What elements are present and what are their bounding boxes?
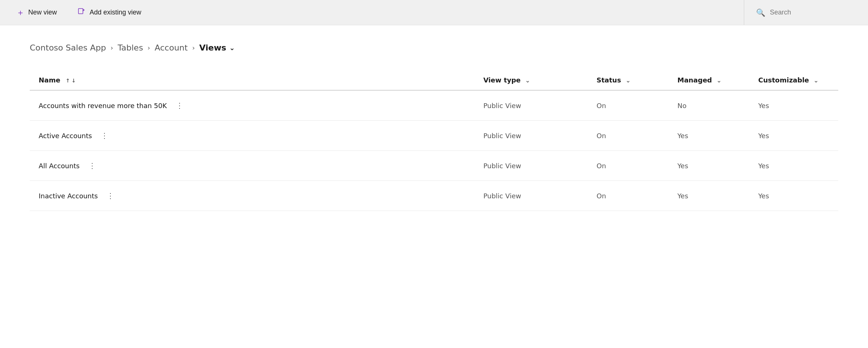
column-status-label: Status [597, 76, 621, 84]
toolbar: ＋ New view Add existing view 🔍 [0, 0, 868, 25]
cell-name-0: Accounts with revenue more than 50K ⋮ [30, 90, 474, 121]
add-existing-view-button[interactable]: Add existing view [73, 4, 146, 21]
table-header-row: Name ↑ ↓ View type ⌄ Status ⌄ Managed ⌄ [30, 70, 838, 90]
cell-status-1: On [588, 121, 669, 151]
breadcrumb-dropdown-icon[interactable]: ⌄ [229, 44, 235, 52]
breadcrumb-tables[interactable]: Tables [118, 43, 143, 52]
cell-name-1: Active Accounts ⋮ [30, 121, 474, 151]
column-managed-label: Managed [677, 76, 712, 84]
column-customizable-label: Customizable [758, 76, 809, 84]
more-options-button-3[interactable]: ⋮ [104, 190, 117, 202]
more-options-button-0[interactable]: ⋮ [173, 100, 187, 111]
breadcrumb-separator-1: › [110, 44, 113, 52]
cell-status-3: On [588, 181, 669, 211]
column-header-customizable: Customizable ⌄ [749, 70, 838, 90]
cell-customizable-1: Yes [749, 121, 838, 151]
main-content: Contoso Sales App › Tables › Account › V… [0, 25, 868, 348]
toolbar-left: ＋ New view Add existing view [12, 4, 146, 21]
cell-view-type-0: Public View [474, 90, 588, 121]
cell-managed-0: No [668, 90, 749, 121]
views-table: Name ↑ ↓ View type ⌄ Status ⌄ Managed ⌄ [30, 70, 838, 211]
column-view-type-label: View type [483, 76, 520, 84]
table-body: Accounts with revenue more than 50K ⋮ Pu… [30, 90, 838, 211]
sort-icons-name[interactable]: ↑ ↓ [65, 78, 75, 84]
column-header-view-type: View type ⌄ [474, 70, 588, 90]
breadcrumb-separator-2: › [148, 44, 150, 52]
sort-desc-icon: ↓ [71, 78, 76, 84]
cell-managed-2: Yes [668, 151, 749, 181]
table-row: Active Accounts ⋮ Public View On Yes Yes [30, 121, 838, 151]
view-type-sort-icon[interactable]: ⌄ [525, 77, 530, 84]
cell-customizable-0: Yes [749, 90, 838, 121]
column-name-label: Name [39, 76, 60, 84]
breadcrumb-current: Views ⌄ [199, 43, 235, 52]
table-row: Accounts with revenue more than 50K ⋮ Pu… [30, 90, 838, 121]
more-options-button-2[interactable]: ⋮ [85, 160, 99, 172]
customizable-sort-icon[interactable]: ⌄ [814, 77, 819, 84]
cell-managed-1: Yes [668, 121, 749, 151]
column-header-status: Status ⌄ [588, 70, 669, 90]
add-view-icon [78, 7, 86, 18]
plus-icon: ＋ [16, 7, 25, 18]
column-header-managed: Managed ⌄ [668, 70, 749, 90]
new-view-button[interactable]: ＋ New view [12, 4, 61, 21]
cell-status-0: On [588, 90, 669, 121]
sort-asc-icon: ↑ [65, 78, 70, 84]
svg-rect-0 [78, 9, 83, 14]
cell-name-2: All Accounts ⋮ [30, 151, 474, 181]
add-existing-view-label: Add existing view [90, 9, 141, 16]
breadcrumb-separator-3: › [192, 44, 195, 52]
cell-name-3: Inactive Accounts ⋮ [30, 181, 474, 211]
cell-customizable-2: Yes [749, 151, 838, 181]
search-icon: 🔍 [756, 8, 765, 17]
more-options-button-1[interactable]: ⋮ [98, 130, 112, 142]
cell-view-type-2: Public View [474, 151, 588, 181]
cell-view-type-1: Public View [474, 121, 588, 151]
table-row: All Accounts ⋮ Public View On Yes Yes [30, 151, 838, 181]
table-header: Name ↑ ↓ View type ⌄ Status ⌄ Managed ⌄ [30, 70, 838, 90]
cell-status-2: On [588, 151, 669, 181]
search-area: 🔍 [744, 0, 856, 25]
managed-sort-icon[interactable]: ⌄ [717, 77, 722, 84]
row-name-2[interactable]: All Accounts [39, 162, 80, 170]
row-name-0[interactable]: Accounts with revenue more than 50K [39, 102, 167, 110]
breadcrumb-app[interactable]: Contoso Sales App [30, 43, 106, 52]
breadcrumb-current-label: Views [199, 43, 226, 52]
status-sort-icon[interactable]: ⌄ [626, 77, 630, 84]
table-row: Inactive Accounts ⋮ Public View On Yes Y… [30, 181, 838, 211]
search-input[interactable] [770, 9, 844, 16]
row-name-3[interactable]: Inactive Accounts [39, 192, 98, 200]
breadcrumb-account[interactable]: Account [155, 43, 188, 52]
cell-customizable-3: Yes [749, 181, 838, 211]
column-header-name: Name ↑ ↓ [30, 70, 474, 90]
cell-managed-3: Yes [668, 181, 749, 211]
breadcrumb: Contoso Sales App › Tables › Account › V… [30, 43, 838, 52]
new-view-label: New view [28, 9, 57, 16]
row-name-1[interactable]: Active Accounts [39, 132, 92, 140]
cell-view-type-3: Public View [474, 181, 588, 211]
